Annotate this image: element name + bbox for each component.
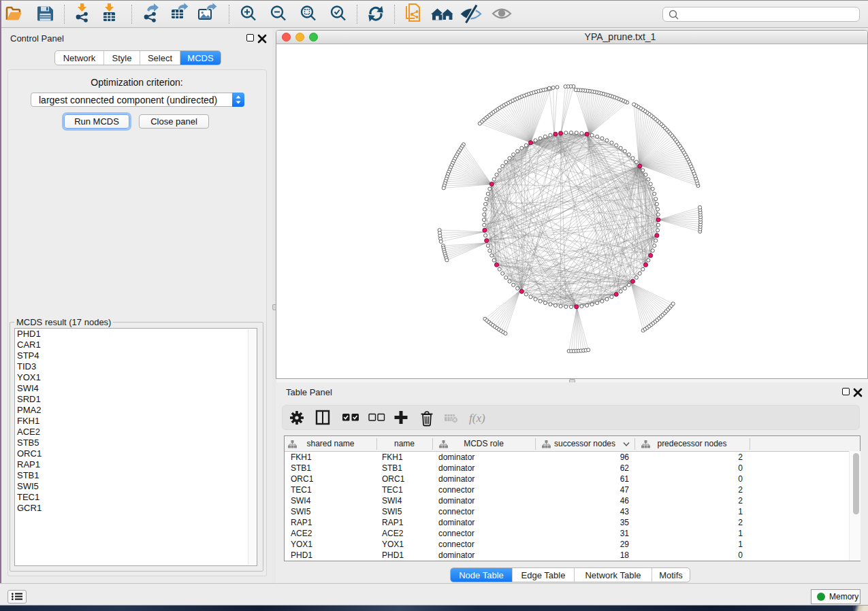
svg-text:f(x): f(x) [469, 412, 485, 425]
